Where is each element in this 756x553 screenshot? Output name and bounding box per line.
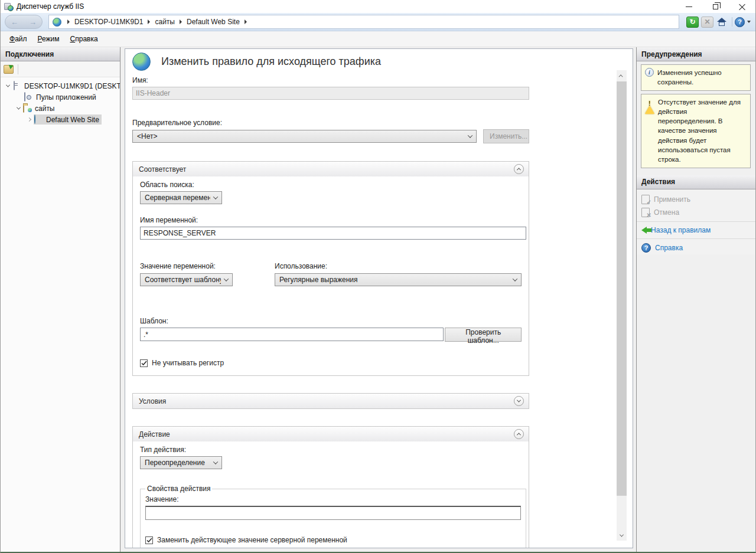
- action-section-header[interactable]: Действие: [133, 427, 529, 441]
- toolbar-divider: [18, 64, 18, 74]
- breadcrumb-server[interactable]: DESKTOP-U1MK9D1: [74, 18, 143, 26]
- warning-alert: Отсутствует значение для действия переоп…: [641, 94, 751, 168]
- expand-expander-icon[interactable]: [24, 118, 34, 121]
- match-section-header[interactable]: Соответствует: [133, 162, 529, 176]
- action-properties-group: Свойства действия Значение: Заменить дей…: [140, 485, 526, 548]
- tree-item-sites[interactable]: сайты: [1, 103, 120, 114]
- menu-bar: Файл Режим Справка: [1, 31, 755, 47]
- help-dropdown-caret-icon[interactable]: [747, 21, 751, 23]
- scroll-up-button[interactable]: [617, 70, 627, 81]
- menu-file[interactable]: Файл: [4, 32, 32, 45]
- cancel-icon: [641, 208, 650, 217]
- chevron-down-icon: [213, 194, 218, 199]
- action-type-select[interactable]: Переопределение: [140, 456, 222, 469]
- help-link[interactable]: ? Справка: [637, 241, 755, 254]
- match-section: Соответствует Область поиска: Серверная …: [132, 161, 529, 376]
- help-icon[interactable]: ?: [735, 17, 745, 27]
- test-pattern-button[interactable]: Проверить шаблон...: [445, 328, 522, 342]
- menu-help[interactable]: Справка: [65, 32, 103, 45]
- right-panel: Предупреждения i Изменения успешно сохра…: [636, 47, 755, 552]
- collapse-section-button[interactable]: [514, 164, 524, 174]
- replace-value-label: Заменить действующее значение серверной …: [157, 536, 347, 544]
- app-icon: [4, 2, 14, 11]
- chevron-up-icon: [517, 433, 521, 437]
- home-icon[interactable]: [716, 17, 728, 28]
- scope-select[interactable]: Серверная переменн: [140, 191, 222, 204]
- collapse-expander-icon[interactable]: [3, 84, 12, 87]
- minimize-button[interactable]: [676, 0, 702, 13]
- precondition-label: Предварительное условие:: [132, 119, 529, 127]
- refresh-icon[interactable]: ↻: [686, 17, 699, 28]
- conditions-section-header[interactable]: Условия: [133, 394, 529, 408]
- tree-item-default-web-site[interactable]: Default Web Site: [1, 114, 120, 125]
- connections-panel: Подключения DESKTOP-U1MK9D1 (DESKTOP Пул…: [1, 47, 120, 552]
- collapse-section-button[interactable]: [514, 429, 524, 439]
- menu-view[interactable]: Режим: [32, 32, 65, 45]
- vertical-scrollbar[interactable]: [617, 70, 627, 541]
- edit-precondition-button[interactable]: Изменить...: [483, 129, 529, 143]
- address-bar: ← → DESKTOP-U1MK9D1 сайты Default Web Si…: [1, 13, 755, 31]
- breadcrumb-separator-icon: [245, 19, 247, 24]
- tree-item-label: Default Web Site: [46, 116, 99, 124]
- chevron-down-icon: [468, 133, 472, 138]
- back-button[interactable]: ←: [11, 18, 18, 26]
- ignore-case-checkbox[interactable]: [140, 359, 148, 367]
- actions-list: Применить Отмена Назад к правилам ? Спра…: [637, 189, 755, 254]
- close-button[interactable]: [729, 0, 755, 13]
- breadcrumb-site[interactable]: Default Web Site: [187, 18, 240, 26]
- connections-toolbar: [1, 61, 120, 77]
- connections-header: Подключения: [1, 47, 120, 61]
- content-area: Изменить правило для исходящего трафика …: [120, 47, 636, 552]
- selected-tree-item[interactable]: Default Web Site: [34, 114, 102, 125]
- tree-item-label: Пулы приложений: [36, 93, 96, 102]
- save-connections-icon[interactable]: [4, 65, 14, 74]
- action-value-input[interactable]: [145, 506, 521, 520]
- info-icon: i: [645, 68, 654, 87]
- application-pools-icon: [24, 93, 34, 102]
- website-globe-icon: [34, 115, 44, 124]
- info-alert: i Изменения успешно сохранены.: [641, 64, 751, 91]
- replace-value-checkbox[interactable]: [145, 536, 153, 544]
- tree-item-server[interactable]: DESKTOP-U1MK9D1 (DESKTOP: [1, 80, 120, 91]
- using-select[interactable]: Регулярные выражения: [275, 273, 522, 286]
- scroll-down-button[interactable]: [617, 530, 627, 541]
- back-arrow-icon: [641, 227, 647, 234]
- ignore-case-row: Не учитывать регистр: [140, 359, 522, 367]
- actions-divider: [637, 221, 755, 222]
- site-globe-icon: [53, 18, 61, 27]
- warning-icon: [645, 97, 654, 164]
- restore-button[interactable]: [702, 0, 729, 13]
- chevron-down-icon: [517, 398, 521, 403]
- restore-icon: [713, 4, 718, 9]
- variable-value-select[interactable]: Соответствует шаблону: [140, 273, 233, 286]
- pattern-input[interactable]: [140, 328, 444, 341]
- action-section: Действие Тип действия: Переопределение С…: [132, 426, 529, 548]
- value-using-selects-row: Соответствует шаблону Регулярные выражен…: [140, 273, 522, 286]
- form-content: Изменить правило для исходящего трафика …: [132, 49, 529, 548]
- breadcrumb-separator-icon: [148, 19, 150, 24]
- variable-name-input[interactable]: [140, 227, 526, 240]
- back-to-rules-link[interactable]: Назад к правилам: [637, 224, 755, 236]
- navigation-capsule: ← →: [5, 15, 43, 29]
- warning-alert-text: Отсутствует значение для действия переоп…: [658, 97, 747, 164]
- tree-item-label: сайты: [35, 104, 55, 113]
- breadcrumb[interactable]: DESKTOP-U1MK9D1 сайты Default Web Site: [48, 15, 679, 29]
- tree-item-app-pools[interactable]: Пулы приложений: [1, 91, 120, 103]
- info-alert-text: Изменения успешно сохранены.: [657, 68, 747, 87]
- conditions-section: Условия: [132, 393, 529, 409]
- scope-label: Область поиска:: [140, 181, 522, 189]
- apply-button[interactable]: Применить: [637, 193, 755, 206]
- stop-icon[interactable]: ✕: [701, 17, 713, 28]
- collapse-expander-icon[interactable]: [14, 107, 23, 110]
- name-label: Имя:: [132, 76, 529, 84]
- variable-name-label: Имя переменной:: [140, 216, 522, 224]
- rule-globe-icon: [132, 53, 151, 71]
- scrollbar-thumb[interactable]: [617, 81, 627, 496]
- precondition-select[interactable]: <Нет>: [132, 130, 477, 143]
- expand-section-button[interactable]: [514, 396, 524, 406]
- forward-button[interactable]: →: [29, 18, 37, 26]
- replace-value-row: Заменить действующее значение серверной …: [145, 536, 521, 544]
- breadcrumb-sites[interactable]: сайты: [155, 18, 175, 26]
- match-section-body: Область поиска: Серверная переменн Имя п…: [133, 176, 529, 375]
- cancel-button[interactable]: Отмена: [637, 206, 755, 219]
